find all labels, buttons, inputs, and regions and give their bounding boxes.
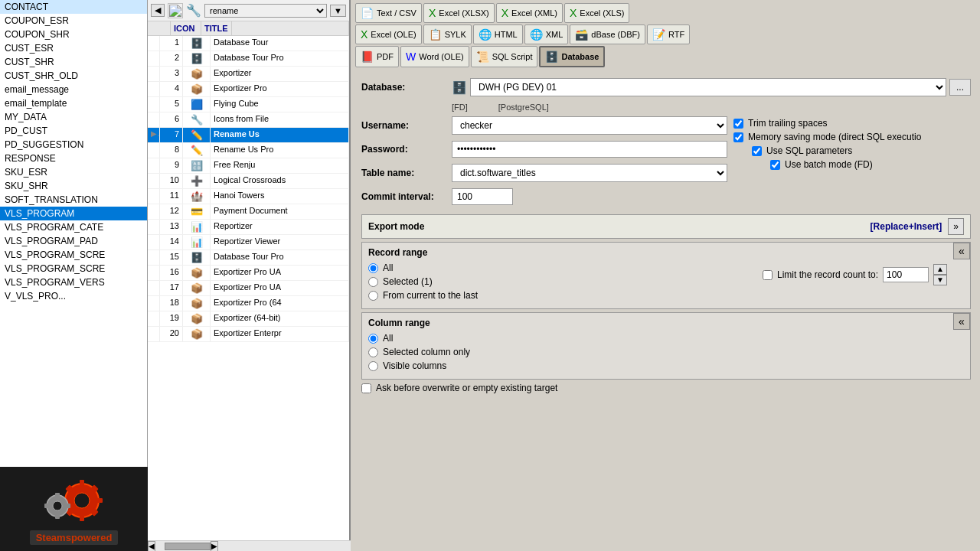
record-range-all-label: All <box>383 262 393 273</box>
sidebar-item-coupon-shr[interactable]: COUPON_SHR <box>0 28 147 41</box>
table-row[interactable]: ▶7✏️Rename Us <box>148 128 349 143</box>
sidebar-item-email-template[interactable]: email_template <box>0 96 147 110</box>
sql-params-checkbox[interactable] <box>752 146 762 156</box>
limit-up-btn[interactable]: ▲ <box>933 264 947 275</box>
sidebar-item-sku-esr[interactable]: SKU_ESR <box>0 165 147 179</box>
scroll-thumb[interactable] <box>165 543 211 550</box>
commit-label: Commit interval: <box>361 191 446 202</box>
row-icon: 🗄️ <box>183 250 211 265</box>
table-row[interactable]: 19📦Exportizer (64-bit) <box>148 311 349 327</box>
horizontal-scrollbar[interactable]: ◀ ▶ <box>148 540 351 551</box>
sidebar-item-sku-shr[interactable]: SKU_SHR <box>0 179 147 193</box>
rename-select[interactable]: rename default custom <box>204 4 327 18</box>
table-row[interactable]: 14📊Reportizer Viewer <box>148 235 349 250</box>
table-name-select[interactable]: dict.software_titles <box>452 164 727 182</box>
sidebar-item-soft-translation[interactable]: SOFT_TRANSLATION <box>0 193 147 207</box>
export-rtf-btn[interactable]: 📝 RTF <box>647 24 690 44</box>
sidebar-item-pd-suggestion[interactable]: PD_SUGGESTION <box>0 138 147 152</box>
sidebar-item-vls-program-pad[interactable]: VLS_PROGRAM_PAD <box>0 234 147 248</box>
table-row[interactable]: 2🗄️Database Tour Pro <box>148 51 349 67</box>
username-select[interactable]: checker <box>452 116 727 135</box>
export-database-btn[interactable]: 🗄️ Database <box>539 46 605 67</box>
record-range-selected-radio[interactable] <box>368 277 378 287</box>
sidebar-item-my-data[interactable]: MY_DATA <box>0 110 147 124</box>
sidebar-item-cust-shr-old[interactable]: CUST_SHR_OLD <box>0 69 147 83</box>
table-row[interactable]: 9🔠Free Renju <box>148 158 349 174</box>
sidebar-item-cust-shr[interactable]: CUST_SHR <box>0 55 147 69</box>
record-range-from-current-radio[interactable] <box>368 291 378 301</box>
memory-saving-checkbox[interactable] <box>733 132 743 142</box>
row-title: Exportizer <box>211 67 349 81</box>
table-row[interactable]: 12💳Payment Document <box>148 204 349 220</box>
export-excel-xls-btn[interactable]: X Excel (XLS) <box>564 3 629 23</box>
table-row[interactable]: 15🗄️Database Tour Pro <box>148 250 349 266</box>
column-range-visible-radio[interactable] <box>368 361 378 371</box>
sidebar-item-vls-program[interactable]: VLS_PROGRAM <box>0 207 147 220</box>
table-row[interactable]: 5🟦Flying Cube <box>148 97 349 112</box>
password-input[interactable] <box>452 141 727 158</box>
export-word-ole-btn[interactable]: W Word (OLE) <box>400 46 469 67</box>
table-row[interactable]: 3📦Exportizer <box>148 67 349 82</box>
row-arrow-indicator <box>148 174 160 188</box>
row-title: Database Tour Pro <box>211 51 349 66</box>
export-sylk-btn[interactable]: 📋 SYLK <box>423 24 472 44</box>
sidebar-item-vls-program-cate[interactable]: VLS_PROGRAM_CATE <box>0 220 147 234</box>
sidebar-item-v-vls-pro---[interactable]: V_VLS_PRO... <box>0 289 147 303</box>
export-excel-xlsx-btn[interactable]: X Excel (XLSX) <box>423 3 495 23</box>
browse-button[interactable]: ... <box>949 79 971 96</box>
trim-spaces-checkbox[interactable] <box>733 119 743 129</box>
export-pdf-btn[interactable]: 📕 PDF <box>355 46 399 67</box>
table-row[interactable]: 16📦Exportizer Pro UA <box>148 266 349 281</box>
row-id: 2 <box>160 51 183 66</box>
sidebar-item-cust-esr[interactable]: CUST_ESR <box>0 41 147 55</box>
table-row[interactable]: 4📦Exportizer Pro <box>148 82 349 97</box>
export-mode-expand-btn[interactable]: » <box>948 218 964 235</box>
column-range-collapse-btn[interactable]: « <box>953 313 970 330</box>
table-row[interactable]: 13📊Reportizer <box>148 220 349 235</box>
row-icon: 📊 <box>183 235 211 249</box>
nav-prev-btn[interactable]: ◀ <box>151 4 165 17</box>
export-sql-btn[interactable]: 📜 SQL Script <box>471 46 538 67</box>
sidebar-item-vls-program-scre[interactable]: VLS_PROGRAM_SCRE <box>0 248 147 262</box>
record-range-all-radio[interactable] <box>368 263 378 273</box>
column-range-selected-label: Selected column only <box>383 347 470 357</box>
record-range-collapse-btn[interactable]: « <box>953 243 970 259</box>
commit-input[interactable] <box>452 188 513 205</box>
limit-checkbox[interactable] <box>763 270 773 280</box>
rename-dropdown-btn[interactable]: ▼ <box>330 5 346 17</box>
sidebar-item-vls-program-vers[interactable]: VLS_PROGRAM_VERS <box>0 276 147 289</box>
ask-checkbox[interactable] <box>361 383 371 393</box>
row-id: 11 <box>160 189 183 204</box>
scroll-right-btn[interactable]: ▶ <box>211 541 218 552</box>
batch-mode-checkbox[interactable] <box>770 160 780 170</box>
sidebar-item-contact[interactable]: CONTACT <box>0 0 147 14</box>
table-row[interactable]: 8✏️Rename Us Pro <box>148 143 349 158</box>
db-type-label: [PostgreSQL] <box>498 103 549 112</box>
export-xml-btn[interactable]: 🌐 XML <box>524 24 569 44</box>
export-html-btn[interactable]: 🌐 HTML <box>473 24 523 44</box>
export-excel-ole-btn[interactable]: X Excel (OLE) <box>355 24 422 44</box>
sidebar-item-response[interactable]: RESPONSE <box>0 152 147 165</box>
table-row[interactable]: 11🏰Hanoi Towers <box>148 189 349 204</box>
limit-input[interactable] <box>883 267 929 282</box>
sidebar-item-email-message[interactable]: email_message <box>0 83 147 96</box>
export-text-csv-btn[interactable]: 📄 Text / CSV <box>355 3 422 23</box>
sidebar-item-coupon-esr[interactable]: COUPON_ESR <box>0 14 147 28</box>
row-id: 8 <box>160 143 183 158</box>
export-mode-row: Export mode [Replace+Insert] » <box>361 214 971 239</box>
sidebar-item-pd-cust[interactable]: PD_CUST <box>0 124 147 138</box>
table-row[interactable]: 10➕Logical Crossroads <box>148 174 349 189</box>
table-row[interactable]: 18📦Exportizer Pro (64 <box>148 296 349 311</box>
column-range-selected-radio[interactable] <box>368 347 378 357</box>
table-row[interactable]: 17📦Exportizer Pro UA <box>148 281 349 296</box>
limit-down-btn[interactable]: ▼ <box>933 275 947 285</box>
table-row[interactable]: 20📦Exportizer Enterpr <box>148 327 349 342</box>
database-select[interactable]: DWH (PG DEV) 01 <box>470 78 946 96</box>
export-excel-xml-btn[interactable]: X Excel (XML) <box>496 3 563 23</box>
sidebar-item-vls-program-scre[interactable]: VLS_PROGRAM_SCRE <box>0 262 147 276</box>
table-row[interactable]: 1🗄️Database Tour <box>148 36 349 51</box>
scroll-left-btn[interactable]: ◀ <box>148 541 155 552</box>
export-dbase-btn[interactable]: 🗃️ dBase (DBF) <box>570 24 645 44</box>
table-row[interactable]: 6🔧Icons from File <box>148 112 349 128</box>
column-range-all-radio[interactable] <box>368 334 378 344</box>
